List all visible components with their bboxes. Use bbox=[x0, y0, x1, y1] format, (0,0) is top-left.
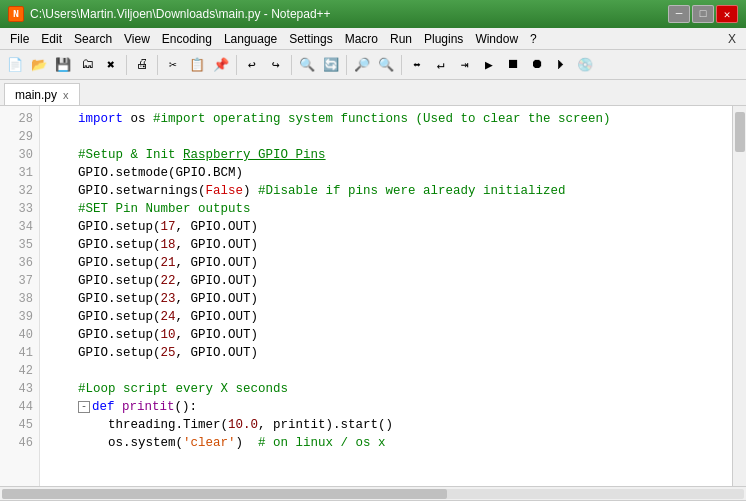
window-controls[interactable]: ─ □ ✕ bbox=[668, 5, 738, 23]
print-button[interactable]: 🖨 bbox=[131, 54, 153, 76]
line-num: 45 bbox=[6, 416, 33, 434]
menu-file[interactable]: File bbox=[4, 30, 35, 48]
toolbar-sep-1 bbox=[126, 55, 127, 75]
tab-bar: main.py x bbox=[0, 80, 746, 106]
new-button[interactable]: 📄 bbox=[4, 54, 26, 76]
save-macro-button[interactable]: 💿 bbox=[574, 54, 596, 76]
record-button[interactable]: ⏺ bbox=[526, 54, 548, 76]
save-all-button[interactable]: 🗂 bbox=[76, 54, 98, 76]
window-title: C:\Users\Martin.Viljoen\Downloads\main.p… bbox=[30, 7, 331, 21]
title-bar: N C:\Users\Martin.Viljoen\Downloads\main… bbox=[0, 0, 746, 28]
menu-language[interactable]: Language bbox=[218, 30, 283, 48]
line-num: 42 bbox=[6, 362, 33, 380]
h-scroll-thumb[interactable] bbox=[2, 489, 447, 499]
menu-run[interactable]: Run bbox=[384, 30, 418, 48]
line-num: 28 bbox=[6, 110, 33, 128]
menu-search[interactable]: Search bbox=[68, 30, 118, 48]
line-num: 36 bbox=[6, 254, 33, 272]
menu-settings[interactable]: Settings bbox=[283, 30, 338, 48]
find-button[interactable]: 🔍 bbox=[296, 54, 318, 76]
open-button[interactable]: 📂 bbox=[28, 54, 50, 76]
replace-button[interactable]: 🔄 bbox=[320, 54, 342, 76]
save-button[interactable]: 💾 bbox=[52, 54, 74, 76]
menu-close-x[interactable]: X bbox=[722, 30, 742, 48]
h-scroll-track[interactable] bbox=[2, 489, 744, 499]
line-num: 32 bbox=[6, 182, 33, 200]
scroll-thumb[interactable] bbox=[735, 112, 745, 152]
redo-button[interactable]: ↪ bbox=[265, 54, 287, 76]
minimize-button[interactable]: ─ bbox=[668, 5, 690, 23]
line-num: 41 bbox=[6, 344, 33, 362]
line-num: 30 bbox=[6, 146, 33, 164]
tab-close-button[interactable]: x bbox=[63, 89, 69, 101]
menu-view[interactable]: View bbox=[118, 30, 156, 48]
line-num: 34 bbox=[6, 218, 33, 236]
indent-button[interactable]: ⇥ bbox=[454, 54, 476, 76]
tab-main-py[interactable]: main.py x bbox=[4, 83, 80, 105]
zoom-in-button[interactable]: 🔎 bbox=[351, 54, 373, 76]
close-button[interactable]: ✕ bbox=[716, 5, 738, 23]
toolbar-sep-2 bbox=[157, 55, 158, 75]
title-bar-left: N C:\Users\Martin.Viljoen\Downloads\main… bbox=[8, 6, 331, 22]
toolbar-sep-3 bbox=[236, 55, 237, 75]
line-num: 39 bbox=[6, 308, 33, 326]
vertical-scrollbar[interactable] bbox=[732, 106, 746, 486]
toolbar-sep-6 bbox=[401, 55, 402, 75]
line-num: 44 bbox=[6, 398, 33, 416]
close-doc-button[interactable]: ✖ bbox=[100, 54, 122, 76]
maximize-button[interactable]: □ bbox=[692, 5, 714, 23]
run-button[interactable]: ▶ bbox=[478, 54, 500, 76]
menu-plugins[interactable]: Plugins bbox=[418, 30, 469, 48]
menu-help[interactable]: ? bbox=[524, 30, 543, 48]
sync-scroll-button[interactable]: ⬌ bbox=[406, 54, 428, 76]
app-icon: N bbox=[8, 6, 24, 22]
line-num: 35 bbox=[6, 236, 33, 254]
menu-bar: File Edit Search View Encoding Language … bbox=[0, 28, 746, 50]
line-num: 29 bbox=[6, 128, 33, 146]
toolbar-sep-5 bbox=[346, 55, 347, 75]
undo-button[interactable]: ↩ bbox=[241, 54, 263, 76]
line-num: 43 bbox=[6, 380, 33, 398]
paste-button[interactable]: 📌 bbox=[210, 54, 232, 76]
toolbar-sep-4 bbox=[291, 55, 292, 75]
cut-button[interactable]: ✂ bbox=[162, 54, 184, 76]
stop-button[interactable]: ⏹ bbox=[502, 54, 524, 76]
menu-encoding[interactable]: Encoding bbox=[156, 30, 218, 48]
menu-window[interactable]: Window bbox=[469, 30, 524, 48]
word-wrap-button[interactable]: ↵ bbox=[430, 54, 452, 76]
line-num: 40 bbox=[6, 326, 33, 344]
copy-button[interactable]: 📋 bbox=[186, 54, 208, 76]
code-editor[interactable]: import os #import operating system funct… bbox=[40, 106, 732, 486]
line-num: 31 bbox=[6, 164, 33, 182]
line-num: 38 bbox=[6, 290, 33, 308]
line-num: 37 bbox=[6, 272, 33, 290]
horizontal-scrollbar[interactable] bbox=[0, 486, 746, 500]
line-num: 33 bbox=[6, 200, 33, 218]
line-num: 46 bbox=[6, 434, 33, 452]
zoom-out-button[interactable]: 🔍 bbox=[375, 54, 397, 76]
editor-container: 28 29 30 31 32 33 34 35 36 37 38 39 40 4… bbox=[0, 106, 746, 486]
playback-button[interactable]: ⏵ bbox=[550, 54, 572, 76]
menu-macro[interactable]: Macro bbox=[339, 30, 384, 48]
menu-edit[interactable]: Edit bbox=[35, 30, 68, 48]
tab-label: main.py bbox=[15, 88, 57, 102]
line-numbers: 28 29 30 31 32 33 34 35 36 37 38 39 40 4… bbox=[0, 106, 40, 486]
toolbar: 📄 📂 💾 🗂 ✖ 🖨 ✂ 📋 📌 ↩ ↪ 🔍 🔄 🔎 🔍 ⬌ ↵ ⇥ ▶ ⏹ … bbox=[0, 50, 746, 80]
